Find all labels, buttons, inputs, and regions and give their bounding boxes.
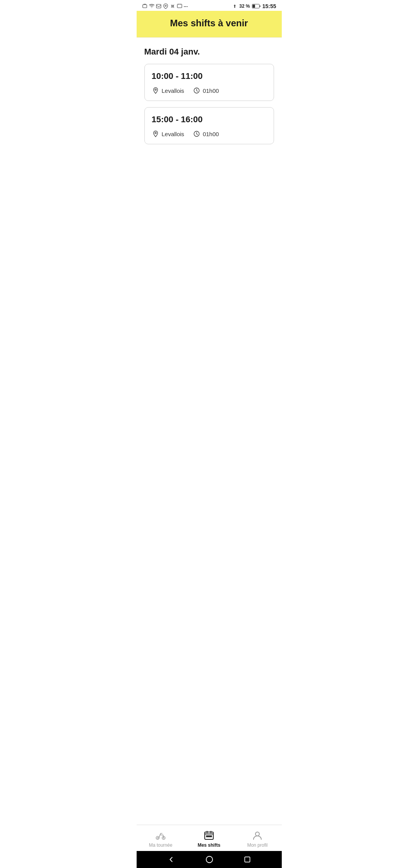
svg-rect-0 xyxy=(142,5,147,8)
svg-point-20 xyxy=(206,856,213,863)
duration-label-2: 01h00 xyxy=(203,131,219,137)
shift-duration-1: 01h00 xyxy=(193,87,219,94)
status-time: 15:55 xyxy=(262,3,276,9)
page-header: Mes shifts à venir xyxy=(137,11,282,38)
svg-rect-17 xyxy=(208,836,210,837)
main-content: Mardi 04 janv. 10:00 - 11:00 Levallois xyxy=(137,38,282,825)
svg-point-9 xyxy=(155,132,156,134)
tour-icon xyxy=(155,830,166,841)
nav-label-shifts: Mes shifts xyxy=(198,842,221,848)
svg-rect-4 xyxy=(177,4,182,8)
svg-rect-21 xyxy=(245,857,250,862)
shift-time-1: 10:00 - 11:00 xyxy=(152,71,267,81)
location-icon-2 xyxy=(152,130,159,138)
bottom-nav: Ma tournée Mes shifts Mon profil xyxy=(137,825,282,851)
clock-icon-2 xyxy=(193,130,200,138)
svg-rect-6 xyxy=(252,5,255,8)
nav-item-profil[interactable]: Mon profil xyxy=(233,830,282,848)
svg-point-19 xyxy=(255,832,259,836)
shift-duration-2: 01h00 xyxy=(193,130,219,138)
shifts-icon xyxy=(204,830,214,841)
clock-icon-1 xyxy=(193,87,200,94)
shift-time-2: 15:00 - 16:00 xyxy=(152,114,267,125)
status-icons: ··· xyxy=(142,3,188,9)
nav-label-tour: Ma tournée xyxy=(149,842,173,848)
svg-point-13 xyxy=(157,837,158,838)
location-label-2: Levallois xyxy=(162,131,184,137)
status-bar: ··· 32 % 15:55 xyxy=(137,0,282,11)
shift-meta-1: Levallois 01h00 xyxy=(152,87,267,94)
profil-icon xyxy=(252,830,263,841)
battery-percent: 32 % xyxy=(239,3,250,9)
location-label-1: Levallois xyxy=(162,87,184,94)
shift-card-2[interactable]: 15:00 - 16:00 Levallois 01 xyxy=(144,107,274,144)
shift-meta-2: Levallois 01h00 xyxy=(152,130,267,138)
nav-item-shifts[interactable]: Mes shifts xyxy=(185,830,233,848)
location-icon xyxy=(152,87,159,94)
back-button[interactable] xyxy=(167,855,175,864)
svg-point-2 xyxy=(165,5,166,7)
svg-rect-1 xyxy=(156,4,161,8)
home-button[interactable] xyxy=(205,855,214,864)
nav-label-profil: Mon profil xyxy=(247,842,268,848)
nav-item-tour[interactable]: Ma tournée xyxy=(137,830,185,848)
svg-rect-16 xyxy=(206,836,208,837)
svg-rect-18 xyxy=(210,836,212,837)
shift-card-1[interactable]: 10:00 - 11:00 Levallois 01 xyxy=(144,64,274,101)
shift-location-1: Levallois xyxy=(152,87,184,94)
duration-label-1: 01h00 xyxy=(203,87,219,94)
svg-point-7 xyxy=(155,89,156,91)
status-right: 32 % 15:55 xyxy=(232,3,276,9)
android-nav-bar xyxy=(137,851,282,868)
recents-button[interactable] xyxy=(243,856,251,863)
date-heading: Mardi 04 janv. xyxy=(144,47,274,57)
page-title: Mes shifts à venir xyxy=(144,18,274,29)
shift-location-2: Levallois xyxy=(152,130,184,138)
svg-point-14 xyxy=(163,837,164,838)
